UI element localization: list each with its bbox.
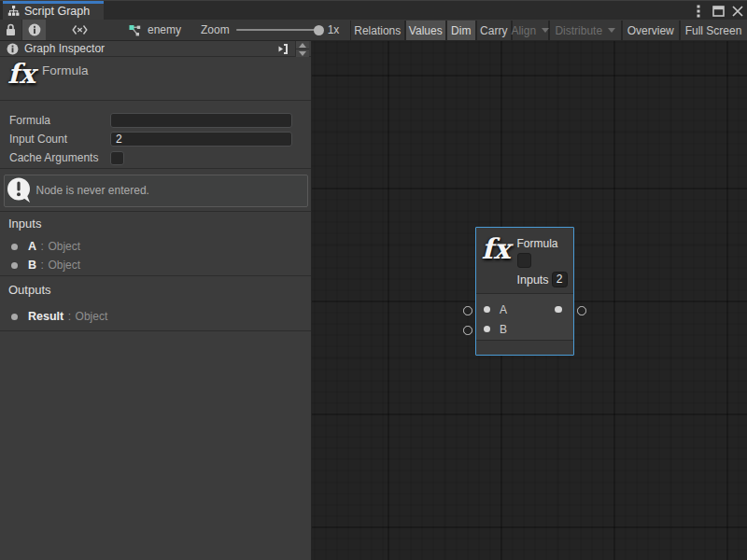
graph-name: enemy bbox=[148, 23, 181, 36]
values-button[interactable]: Values bbox=[406, 21, 446, 40]
inputs-port-list: A : Object B : Object bbox=[0, 237, 311, 274]
spinner-up-button[interactable] bbox=[296, 41, 309, 49]
input-count-field-row: Input Count 2 bbox=[0, 130, 311, 148]
zoom-label: Zoom bbox=[201, 23, 230, 36]
info-icon bbox=[28, 23, 41, 36]
inspector-node-title: Formula bbox=[42, 63, 89, 77]
formula-node-header: fx Formula Inputs 2 bbox=[476, 228, 573, 295]
kebab-menu-icon bbox=[697, 5, 700, 18]
outputs-section: Outputs Result : Object bbox=[0, 276, 311, 331]
dropdown-arrow-icon bbox=[608, 28, 615, 33]
window-menu-button[interactable] bbox=[691, 4, 706, 19]
input-count-input[interactable]: 2 bbox=[110, 132, 292, 147]
input-port-ring-b[interactable] bbox=[463, 326, 472, 335]
input-port-dot-a[interactable] bbox=[484, 306, 491, 314]
node-formula-input[interactable] bbox=[517, 253, 531, 268]
port-bullet-icon bbox=[11, 262, 18, 269]
graph-toolbar: enemy Zoom 1x Relations Values Dim Carry… bbox=[0, 20, 747, 41]
dock-inspector-button[interactable] bbox=[275, 42, 290, 56]
graph-breadcrumb[interactable]: enemy bbox=[128, 20, 181, 40]
cache-arguments-field-row: Cache Arguments bbox=[0, 148, 311, 167]
lock-icon bbox=[6, 23, 16, 36]
zoom-control: Zoom 1x bbox=[201, 20, 339, 40]
formula-node[interactable]: fx Formula Inputs 2 A B bbox=[475, 227, 574, 356]
output-port-dot[interactable] bbox=[555, 306, 562, 314]
align-button[interactable]: Align bbox=[513, 21, 549, 40]
formula-field-row: Formula bbox=[0, 111, 311, 130]
zoom-value: 1x bbox=[328, 23, 340, 36]
titlebar: Script Graph bbox=[0, 0, 747, 20]
node-title: Formula bbox=[517, 237, 558, 250]
port-row-result: Result : Object bbox=[0, 307, 311, 326]
inspector-title: Graph Inspector bbox=[24, 42, 105, 55]
output-port-ring[interactable] bbox=[577, 306, 586, 315]
tab-script-graph[interactable]: Script Graph bbox=[3, 1, 104, 21]
input-port-ring-a[interactable] bbox=[463, 306, 472, 315]
relations-button[interactable]: Relations bbox=[351, 21, 405, 40]
formula-fx-icon: fx bbox=[482, 232, 511, 265]
input-count-field-label: Input Count bbox=[0, 133, 110, 146]
graph-asset-icon bbox=[128, 24, 142, 36]
port-row-b: B : Object bbox=[0, 256, 311, 274]
code-icon bbox=[72, 24, 88, 35]
info-icon bbox=[7, 43, 19, 55]
maximize-button[interactable] bbox=[711, 4, 726, 19]
overview-button[interactable]: Overview bbox=[623, 21, 680, 40]
triangle-up-icon bbox=[299, 43, 306, 48]
graph-canvas[interactable]: fx Formula Inputs 2 A B bbox=[312, 41, 747, 560]
inputs-section: Inputs A : Object B : Object bbox=[0, 212, 311, 276]
close-button[interactable] bbox=[730, 4, 745, 19]
inputs-section-title: Inputs bbox=[0, 217, 311, 231]
port-bullet-icon bbox=[11, 314, 18, 320]
titlebar-actions bbox=[691, 1, 745, 21]
zoom-slider-knob[interactable] bbox=[314, 25, 324, 35]
distribute-button[interactable]: Distribute bbox=[550, 21, 622, 40]
warning-area: Node is never entered. bbox=[0, 169, 311, 212]
port-row-a: A : Object bbox=[0, 237, 311, 256]
formula-node-body: A B bbox=[476, 294, 573, 341]
dropdown-arrow-icon bbox=[542, 28, 549, 33]
node-input-count[interactable]: 2 bbox=[552, 272, 568, 287]
port-bullet-icon bbox=[11, 244, 18, 250]
warning-text: Node is never entered. bbox=[36, 184, 149, 197]
lock-graph-button[interactable] bbox=[0, 20, 22, 40]
inspector-node-header: fx Formula bbox=[0, 57, 311, 101]
zoom-slider[interactable] bbox=[236, 29, 320, 31]
node-port-row-b: B bbox=[476, 319, 573, 339]
dim-button[interactable]: Dim bbox=[447, 21, 476, 40]
formula-fx-icon: fx bbox=[7, 58, 35, 90]
node-inputs-label: Inputs bbox=[517, 273, 549, 287]
toolbar-buttons: Relations Values Dim Carry Align Distrib… bbox=[350, 21, 747, 40]
formula-field-label: Formula bbox=[0, 114, 110, 127]
spinner-down-button[interactable] bbox=[296, 49, 309, 57]
inspector-spinner bbox=[295, 41, 309, 57]
formula-node-wrap: fx Formula Inputs 2 A B bbox=[475, 227, 574, 356]
full-screen-button[interactable]: Full Screen bbox=[681, 21, 747, 40]
script-graph-window: Script Graph bbox=[0, 0, 747, 560]
formula-input[interactable] bbox=[110, 113, 292, 128]
formula-node-footer bbox=[476, 341, 573, 355]
triangle-down-icon bbox=[299, 51, 306, 56]
inspector-toggle-button[interactable] bbox=[22, 20, 46, 40]
dock-right-icon bbox=[278, 43, 289, 55]
tab-label: Script Graph bbox=[24, 5, 90, 18]
carry-button[interactable]: Carry bbox=[477, 21, 512, 40]
warning-bubble-icon bbox=[7, 177, 32, 203]
maximize-icon bbox=[712, 6, 725, 17]
graph-inspector-panel: Graph Inspector fx Formula Formula bbox=[0, 41, 312, 560]
node-port-row-a: A bbox=[476, 300, 573, 319]
close-icon bbox=[732, 6, 743, 17]
input-port-dot-b[interactable] bbox=[484, 326, 491, 333]
cache-arguments-field-label: Cache Arguments bbox=[0, 151, 110, 164]
inspector-fields: Formula Input Count 2 Cache Arguments bbox=[0, 101, 311, 169]
inspector-header: Graph Inspector bbox=[0, 41, 311, 57]
warning-box: Node is never entered. bbox=[4, 175, 308, 207]
preview-code-button[interactable] bbox=[66, 20, 92, 40]
outputs-port-list: Result : Object bbox=[0, 307, 311, 326]
outputs-section-title: Outputs bbox=[0, 283, 311, 298]
cache-arguments-checkbox[interactable] bbox=[110, 151, 124, 165]
script-graph-icon bbox=[7, 5, 20, 17]
